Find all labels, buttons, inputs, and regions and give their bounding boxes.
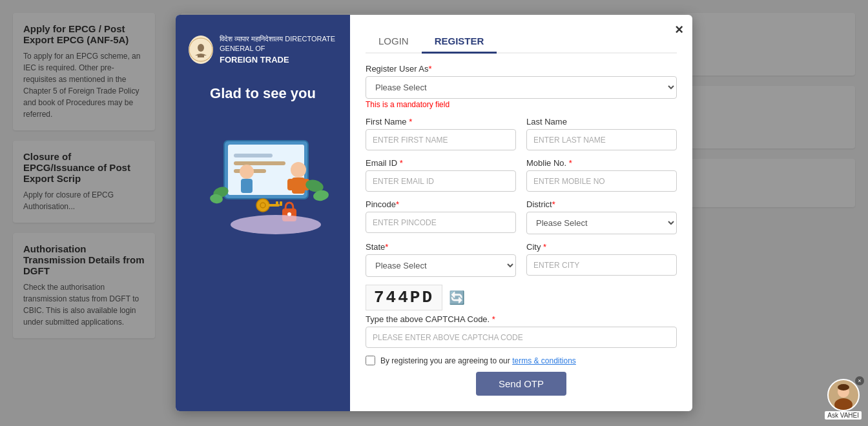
- pincode-district-row: Pincode* District* Please Select: [366, 199, 677, 242]
- mobile-group: Moblie No. *: [526, 158, 677, 192]
- logo-line1: विदेश व्यापार महानिदेशालय: [220, 35, 283, 43]
- register-user-group: Register User As* Please Select This is …: [366, 64, 677, 109]
- svg-rect-13: [241, 179, 253, 193]
- email-input[interactable]: [366, 170, 516, 192]
- svg-rect-17: [276, 201, 278, 205]
- captcha-area: 744PD 🔄: [366, 285, 677, 310]
- email-label: Email ID *: [366, 158, 516, 168]
- ask-vahei-widget[interactable]: × Ask VAHEI: [825, 379, 862, 420]
- email-group: Email ID *: [366, 158, 516, 192]
- pincode-input[interactable]: [366, 212, 516, 233]
- svg-rect-5: [234, 154, 273, 157]
- send-otp-button[interactable]: Send OTP: [476, 372, 566, 396]
- logo-text: विदेश व्यापार महानिदेशालय DIRECTORATE GE…: [220, 34, 337, 66]
- tabs-container: LOGIN REGISTER: [366, 30, 677, 54]
- tab-register[interactable]: REGISTER: [422, 30, 497, 54]
- svg-point-12: [240, 165, 254, 179]
- logo-line3: FOREIGN TRADE: [220, 54, 337, 66]
- captcha-input[interactable]: [366, 327, 677, 348]
- modal-overlay: विदेश व्यापार महानिदेशालय DIRECTORATE GE…: [0, 0, 868, 426]
- illustration: [192, 115, 334, 244]
- city-group: City *: [526, 242, 677, 277]
- modal-right-panel: × LOGIN REGISTER Register User As* Pleas…: [350, 15, 692, 411]
- register-user-label: Register User As*: [366, 64, 677, 74]
- email-mobile-row: Email ID * Moblie No. *: [366, 158, 677, 199]
- modal-container: विदेश व्यापार महानिदेशालय DIRECTORATE GE…: [176, 15, 692, 411]
- captcha-label: Type the above CAPTCHA Code. *: [366, 314, 677, 324]
- city-input[interactable]: [526, 254, 677, 276]
- svg-point-1: [198, 44, 204, 52]
- mandatory-message: This is a mandatory field: [366, 100, 677, 109]
- logo-area: विदेश व्यापार महानिदेशालय DIRECTORATE GE…: [189, 34, 337, 66]
- modal-left-panel: विदेश व्यापार महानिदेशालय DIRECTORATE GE…: [176, 15, 350, 411]
- illustration-svg: [192, 115, 334, 244]
- welcome-text: Glad to see you: [210, 85, 316, 102]
- captcha-input-group: Type the above CAPTCHA Code. *: [366, 314, 677, 348]
- svg-point-30: [838, 384, 849, 391]
- svg-rect-10: [287, 179, 294, 190]
- terms-conditions-link[interactable]: terms & conditions: [512, 356, 576, 365]
- first-name-group: First Name *: [366, 117, 516, 150]
- register-user-select[interactable]: Please Select: [366, 76, 677, 99]
- terms-row: By registering you are agreeing to our t…: [366, 356, 677, 365]
- last-name-label: Last Name: [526, 117, 677, 127]
- svg-rect-6: [234, 161, 285, 165]
- tab-login[interactable]: LOGIN: [366, 30, 422, 54]
- district-group: District* Please Select: [526, 199, 677, 234]
- svg-point-14: [256, 199, 269, 212]
- logo-emblem: [189, 36, 213, 64]
- last-name-input[interactable]: [526, 129, 677, 150]
- first-name-label: First Name *: [366, 117, 516, 127]
- state-city-row: State* Please Select City *: [366, 242, 677, 285]
- captcha-display: 744PD: [366, 285, 442, 310]
- terms-checkbox[interactable]: [366, 356, 375, 365]
- vahei-avatar: [827, 379, 860, 411]
- emblem-icon: [189, 37, 213, 62]
- svg-rect-2: [198, 56, 204, 57]
- close-button[interactable]: ×: [675, 21, 683, 38]
- mobile-label: Moblie No. *: [526, 158, 677, 168]
- last-name-group: Last Name: [526, 117, 677, 150]
- district-select[interactable]: Please Select: [526, 212, 677, 234]
- first-name-input[interactable]: [366, 129, 516, 150]
- district-label: District*: [526, 199, 677, 209]
- pincode-label: Pincode*: [366, 199, 516, 209]
- state-group: State* Please Select: [366, 242, 516, 277]
- mobile-input[interactable]: [526, 170, 677, 192]
- name-row: First Name * Last Name: [366, 117, 677, 158]
- svg-point-25: [231, 215, 321, 234]
- city-label: City *: [526, 242, 677, 252]
- state-label: State*: [366, 242, 516, 252]
- terms-text: By registering you are agreeing to our t…: [380, 356, 576, 365]
- svg-point-8: [291, 162, 306, 178]
- svg-rect-18: [280, 201, 282, 206]
- pincode-group: Pincode*: [366, 199, 516, 234]
- vahei-label: Ask VAHEI: [825, 411, 862, 420]
- state-select[interactable]: Please Select: [366, 254, 516, 277]
- captcha-refresh-icon[interactable]: 🔄: [449, 290, 465, 305]
- vahei-close-icon[interactable]: ×: [855, 376, 864, 385]
